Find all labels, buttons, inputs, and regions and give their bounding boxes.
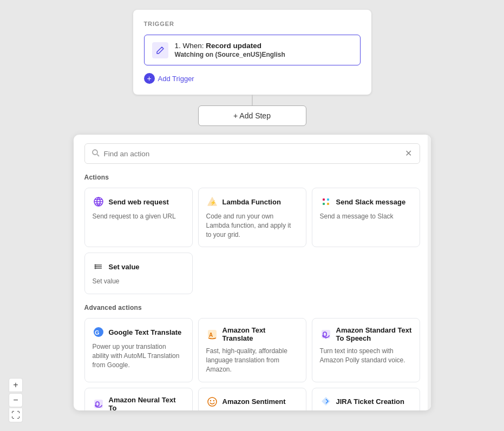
set-value-desc: Set value [93,277,185,286]
action-card-header: Amazon Neural Text To [93,396,185,410]
action-card-google-translate[interactable]: G Google Text Translate Power up your tr… [84,318,193,382]
zoom-fit-button[interactable]: ⛶ [9,408,23,422]
trigger-subtitle: Watching on (Source_enUS)English [175,51,285,58]
amazon-sentiment-icon [206,396,218,408]
search-row: ✕ [84,143,420,164]
jira-title: JIRA Ticket Creation [336,397,404,406]
web-request-icon [93,196,104,208]
svg-rect-8 [323,198,325,201]
action-card-send-web-request[interactable]: Send web request Send request to a given… [84,188,193,247]
svg-point-0 [93,150,97,155]
action-card-lambda[interactable]: ⚡ Lambda Function Code and run your own … [198,188,306,247]
zoom-out-button[interactable]: − [9,393,23,407]
add-step-button[interactable]: + Add Step [198,105,306,126]
actions-grid: Send web request Send request to a given… [84,188,420,294]
action-card-header: JIRA Ticket Creation [320,396,412,408]
action-card-jira[interactable]: JIRA Ticket Creation [312,388,420,410]
amazon-speech-title: Amazon Standard Text To Speech [336,326,412,342]
zoom-controls: + − ⛶ [9,378,23,422]
action-card-header: Send web request [93,196,185,208]
slack-icon [320,196,332,208]
amazon-translate-icon: A [206,328,218,340]
slack-desc: Send a message to Slack [320,212,412,221]
svg-text:⚡: ⚡ [210,200,217,206]
action-card-amazon-neural[interactable]: Amazon Neural Text To [84,388,193,410]
trigger-step-row[interactable]: 1. When: Record updated Watching on (Sou… [144,35,361,65]
action-card-header: ⚡ Lambda Function [206,196,298,208]
action-card-header: Amazon Standard Text To Speech [320,326,412,342]
svg-point-15 [94,264,96,266]
amazon-translate-desc: Fast, high-quality, affordable language … [206,347,298,374]
amazon-sentiment-title: Amazon Sentiment [222,397,286,406]
action-card-slack[interactable]: Send Slack message Send a message to Sla… [312,188,420,247]
google-translate-desc: Power up your translation ability with A… [93,342,185,369]
lambda-desc: Code and run your own Lambda function, a… [206,212,298,239]
trigger-section-label: TRIGGER [144,21,361,27]
svg-point-16 [94,266,96,268]
advanced-actions-grid: G Google Text Translate Power up your tr… [84,318,420,410]
svg-text:A: A [209,332,213,338]
trigger-card: TRIGGER 1. When: Record updated Watching… [133,10,371,95]
amazon-speech-icon [320,328,332,340]
lambda-icon: ⚡ [206,196,218,208]
set-value-title: Set value [109,263,140,271]
svg-point-28 [210,400,211,401]
amazon-speech-desc: Turn text into speech with Amazon Polly … [320,347,412,365]
action-card-header: G Google Text Translate [93,326,185,338]
action-card-header: Set value [93,261,185,273]
search-icon [91,149,100,159]
canvas: TRIGGER 1. When: Record updated Watching… [0,0,504,431]
action-card-amazon-sentiment[interactable]: Amazon Sentiment [198,388,306,410]
action-card-amazon-translate[interactable]: A Amazon Text Translate Fast, high-quali… [198,318,306,382]
amazon-translate-title: Amazon Text Translate [222,326,298,342]
svg-rect-9 [327,198,329,201]
trigger-edit-icon [152,42,168,58]
advanced-actions-section-label: Advanced actions [84,304,420,311]
scroll-indicator [428,135,431,410]
action-card-set-value[interactable]: Set value Set value [84,253,193,294]
search-input[interactable] [104,150,400,158]
amazon-neural-title: Amazon Neural Text To [109,396,185,410]
svg-line-1 [97,154,99,156]
connector-line [252,95,253,105]
google-translate-icon: G [93,326,104,338]
actions-panel: ✕ Actions [74,135,431,410]
svg-point-29 [213,400,214,401]
web-request-title: Send web request [109,198,169,206]
add-trigger-plus-icon: + [144,73,155,84]
actions-section-label: Actions [84,174,420,181]
action-card-header: Send Slack message [320,196,412,208]
web-request-desc: Send request to a given URL [93,212,185,221]
trigger-title: 1. When: Record updated [175,42,285,50]
panel-inner: ✕ Actions [74,135,431,410]
svg-rect-11 [327,203,329,205]
close-panel-button[interactable]: ✕ [404,148,413,159]
google-translate-title: Google Text Translate [109,328,182,336]
svg-rect-10 [323,203,325,205]
edit-icon-svg [156,46,165,55]
add-trigger-button[interactable]: + Add Trigger [144,73,194,84]
action-card-header: Amazon Sentiment [206,396,298,408]
slack-title: Send Slack message [336,198,406,206]
amazon-neural-icon [93,398,104,410]
trigger-text-block: 1. When: Record updated Watching on (Sou… [175,42,285,58]
svg-point-17 [94,268,96,269]
svg-text:G: G [95,329,100,336]
svg-point-27 [208,397,217,406]
lambda-title: Lambda Function [222,198,281,206]
jira-icon [320,396,332,408]
action-card-header: A Amazon Text Translate [206,326,298,342]
action-card-amazon-speech[interactable]: Amazon Standard Text To Speech Turn text… [312,318,420,382]
set-value-icon [93,261,104,273]
zoom-in-button[interactable]: + [9,378,23,392]
